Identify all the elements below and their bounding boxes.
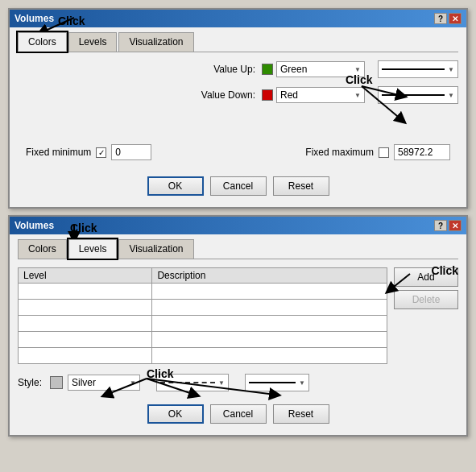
style-color-select[interactable]: Silver ▼ [68,375,140,391]
value-up-color-dot [262,64,273,75]
bottom-button-row: OK Cancel Reset [18,400,458,427]
tab-colors-bottom[interactable]: Colors [18,239,67,259]
fixed-max-checkbox[interactable] [379,147,389,158]
bottom-dialog: Volumes ? ✕ Click Colors Levels Visualiz… [8,215,468,437]
levels-area: Level Description [18,267,458,369]
click-annotation-levels: Click [70,222,97,234]
levels-content: Click Level Description [18,267,458,369]
click-annotation-colors: Click [58,14,85,27]
top-tabs-container: Click Colors Levels Visualization [18,32,458,52]
value-down-label: Value Down: [191,89,255,101]
svg-text:Click: Click [346,73,373,86]
style-dropdown-arrow: ▼ [130,379,136,387]
bottom-dialog-content: Click Colors Levels Visualization Click [10,234,466,435]
style-line-select2[interactable]: ▼ [245,374,309,391]
top-dialog-title: Volumes [14,13,54,24]
delete-button[interactable]: Delete [394,290,458,309]
tab-levels-top[interactable]: Levels [68,32,118,52]
line-preview-solid [382,68,445,70]
table-row [19,300,387,316]
fixed-minmax-row: Fixed minimum ✓ Fixed maximum [18,144,458,160]
check-icon: ✓ [98,148,105,157]
col-level: Level [19,268,152,284]
levels-table: Level Description [18,267,387,364]
value-down-color-dot [262,89,273,101]
fixed-max-label: Fixed maximum [305,147,374,158]
click-lines-arrow-svg: Click [297,72,458,136]
table-row [19,348,387,364]
bottom-dialog-title: Volumes [14,220,54,231]
style-row: Style: Silver ▼ ▼ ▼ [18,374,458,391]
bottom-tabs: Colors Levels Visualization [18,239,458,259]
bottom-cancel-button[interactable]: Cancel [210,404,267,424]
top-cancel-button[interactable]: Cancel [210,176,267,196]
close-button[interactable]: ✕ [449,13,462,24]
style-line-solid2 [249,382,296,383]
bottom-help-button[interactable]: ? [434,220,447,231]
style-line-arrow2: ▼ [299,379,305,387]
top-reset-button[interactable]: Reset [273,176,329,196]
click-lines-area: Click [18,112,458,144]
style-color-label: Silver [72,377,96,388]
tab-levels-bottom[interactable]: Levels [68,239,118,259]
table-row [19,332,387,348]
help-button[interactable]: ? [434,13,447,24]
style-section: Click Style: [18,374,458,391]
top-ok-button[interactable]: OK [147,176,204,196]
fixed-min-group: Fixed minimum ✓ [26,144,151,160]
bottom-ok-button[interactable]: OK [147,404,204,424]
top-tabs: Colors Levels Visualization [18,32,458,52]
top-dialog: Volumes ? ✕ Click Colors Levels Vis [8,8,468,209]
style-line-dash [160,382,215,383]
style-label: Style: [18,377,42,388]
value-up-label: Value Up: [191,64,255,75]
bottom-titlebar-buttons: ? ✕ [434,220,462,231]
fixed-min-input[interactable] [111,144,151,160]
levels-table-container: Level Description [18,267,387,369]
click-annotation-style: Click [147,367,173,380]
value-down-color-label: Red [280,89,298,101]
tab-visualization-bottom[interactable]: Visualization [118,239,193,259]
click-annotation-add: Click [432,264,458,277]
style-color-swatch [50,376,63,389]
fixed-min-checkbox[interactable]: ✓ [96,147,106,158]
table-row [19,284,387,300]
fixed-max-input[interactable] [394,144,450,160]
bottom-reset-button[interactable]: Reset [273,404,329,424]
table-row [19,316,387,332]
tab-colors-top[interactable]: Colors [18,32,67,52]
top-titlebar-buttons: ? ✕ [434,13,462,24]
fixed-max-group: Fixed maximum [305,144,450,160]
bottom-tabs-container: Click Colors Levels Visualization [18,239,458,259]
bottom-close-button[interactable]: ✕ [449,220,462,231]
fixed-min-label: Fixed minimum [26,147,91,158]
top-dialog-content: Click Colors Levels Visualization Value … [10,27,466,207]
top-button-row: OK Cancel Reset [18,172,458,199]
style-line-arrow1: ▼ [218,379,225,387]
tab-visualization-top[interactable]: Visualization [118,32,193,52]
col-description: Description [152,268,387,284]
levels-right-buttons: Add Delete [394,267,458,369]
